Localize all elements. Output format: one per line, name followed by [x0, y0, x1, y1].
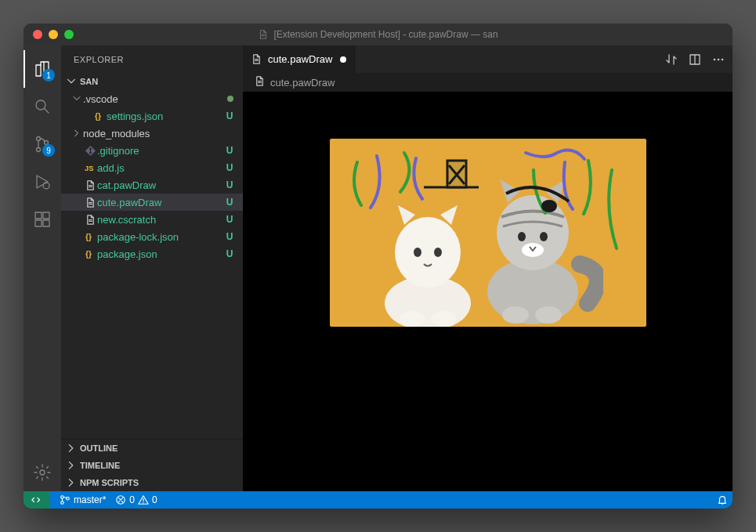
activity-search[interactable]	[24, 88, 61, 125]
file-label: new.cscratch	[97, 214, 224, 226]
folder-row[interactable]: node_modules	[61, 125, 243, 142]
file-icon	[258, 29, 269, 40]
doc-file-icon	[83, 179, 97, 191]
zoom-window-button[interactable]	[64, 30, 74, 39]
breadcrumb-label: cute.pawDraw	[270, 77, 335, 89]
titlebar: [Extension Development Host] - cute.pawD…	[24, 24, 732, 45]
editor-area: cute.pawDraw cute.pawDraw	[243, 45, 732, 491]
split-editor-icon[interactable]	[689, 53, 701, 66]
compare-changes-icon[interactable]	[665, 53, 678, 66]
doc-file-icon	[83, 197, 97, 208]
svg-point-10	[37, 148, 41, 152]
file-label: .vscode	[83, 93, 227, 105]
file-row[interactable]: .gitignoreU	[61, 142, 243, 159]
section-timeline[interactable]: TIMELINE	[61, 457, 243, 474]
git-status-badge: U	[224, 179, 235, 190]
error-count: 0	[129, 494, 135, 505]
folder-name: SAN	[80, 77, 98, 86]
close-window-button[interactable]	[33, 30, 42, 39]
activity-explorer[interactable]: 1	[24, 50, 61, 88]
activity-bar: 1 9	[24, 45, 61, 491]
section-label: TIMELINE	[80, 461, 120, 470]
chevron-down-icon	[66, 76, 77, 87]
file-label: add.js	[97, 162, 224, 174]
svg-point-8	[36, 100, 45, 110]
modified-dot-icon	[227, 96, 233, 102]
git-status-badge: U	[224, 231, 235, 242]
collapsed-sections: OUTLINETIMELINENPM SCRIPTS	[61, 439, 243, 491]
window-title: [Extension Development Host] - cute.pawD…	[24, 29, 732, 40]
file-icon	[254, 75, 266, 89]
file-label: package-lock.json	[97, 231, 224, 243]
chevron-right-icon	[66, 477, 77, 488]
svg-point-16	[718, 58, 720, 60]
section-label: NPM SCRIPTS	[80, 478, 139, 487]
warning-count: 0	[152, 494, 157, 505]
json-file-icon	[92, 110, 107, 122]
file-row[interactable]: new.cscratchU	[61, 211, 243, 228]
kitten-image	[330, 139, 646, 327]
svg-point-13	[40, 470, 45, 475]
pawdraw-canvas[interactable]	[243, 92, 732, 491]
git-status-badge: U	[224, 145, 235, 156]
folder-section-header[interactable]: SAN	[61, 73, 243, 90]
problems-indicator[interactable]: 0 0	[110, 491, 161, 508]
explorer-badge: 1	[42, 69, 55, 81]
file-label: settings.json	[107, 110, 224, 122]
activity-settings[interactable]	[24, 454, 61, 491]
file-label: cat.pawDraw	[97, 179, 224, 191]
notifications-button[interactable]	[712, 491, 732, 508]
section-outline[interactable]: OUTLINE	[61, 440, 243, 457]
git-status-badge: U	[224, 197, 235, 208]
git-status-badge: U	[224, 110, 235, 121]
status-bar: master* 0 0	[24, 491, 732, 508]
minimize-window-button[interactable]	[49, 30, 58, 39]
modified-dot-icon	[340, 56, 346, 63]
more-actions-icon[interactable]	[712, 53, 725, 66]
doc-file-icon	[83, 214, 97, 226]
editor-actions	[657, 45, 732, 73]
json-file-icon	[83, 248, 97, 260]
file-label: cute.pawDraw	[97, 197, 224, 208]
file-row[interactable]: cute.pawDrawU	[61, 194, 243, 211]
file-row[interactable]: package.jsonU	[61, 245, 243, 262]
json-file-icon	[83, 231, 97, 243]
branch-indicator[interactable]: master*	[55, 491, 110, 508]
explorer-title: EXPLORER	[61, 45, 243, 73]
file-label: .gitignore	[97, 145, 224, 157]
git-status-badge: U	[224, 214, 235, 225]
git-status-badge: U	[224, 162, 235, 173]
tab-label: cute.pawDraw	[268, 53, 332, 65]
file-tree: .vscodesettings.jsonUnode_modules.gitign…	[61, 90, 243, 439]
traffic-lights	[24, 30, 74, 39]
activity-source-control[interactable]: 9	[24, 125, 61, 163]
bell-icon	[717, 494, 728, 505]
activity-run-debug[interactable]	[24, 163, 61, 201]
file-label: package.json	[97, 248, 224, 260]
file-label: node_modules	[83, 128, 235, 139]
chevron-right-icon	[66, 443, 77, 454]
paw-color-toolbar	[243, 397, 732, 491]
svg-point-15	[714, 58, 716, 60]
remote-indicator[interactable]	[24, 491, 50, 508]
chevron-right-icon	[66, 460, 77, 471]
file-row[interactable]: cat.pawDrawU	[61, 176, 243, 194]
activity-extensions[interactable]	[24, 201, 61, 238]
file-row[interactable]: add.jsU	[61, 159, 243, 176]
breadcrumb[interactable]: cute.pawDraw	[243, 73, 732, 92]
file-row[interactable]: package-lock.jsonU	[61, 228, 243, 245]
vscode-window: [Extension Development Host] - cute.pawD…	[24, 24, 732, 508]
section-label: OUTLINE	[80, 443, 118, 453]
git-status-badge: U	[224, 248, 235, 259]
scm-badge: 9	[42, 144, 55, 157]
file-row[interactable]: settings.jsonU	[61, 107, 243, 125]
folder-row[interactable]: .vscode	[61, 90, 243, 107]
drawing-overlay	[330, 139, 646, 327]
svg-point-17	[722, 58, 724, 60]
js-file-icon	[83, 162, 97, 174]
chevron-down-icon	[71, 94, 83, 103]
editor-tab[interactable]: cute.pawDraw	[243, 45, 355, 73]
section-npm-scripts[interactable]: NPM SCRIPTS	[61, 474, 243, 491]
chevron-right-icon	[71, 128, 83, 138]
svg-point-33	[541, 200, 557, 212]
